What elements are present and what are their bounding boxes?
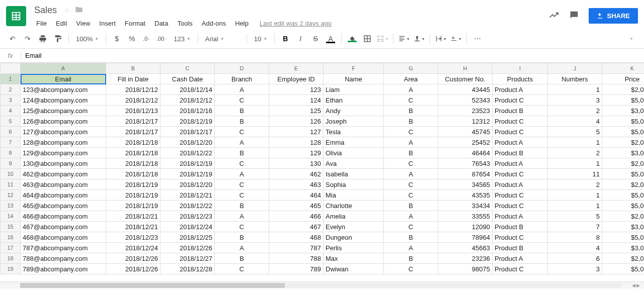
cell[interactable]: 468 [269, 232, 324, 243]
header-cell[interactable]: Name [324, 74, 384, 84]
col-header-D[interactable]: D [215, 63, 269, 74]
cell[interactable]: 789 [269, 264, 324, 274]
cell[interactable]: 2018/12/19 [160, 116, 215, 127]
cell[interactable]: 466@abcompany.com [21, 211, 106, 222]
header-cell[interactable]: Cash Date [160, 74, 215, 84]
cell[interactable]: Product A [493, 179, 548, 190]
cell[interactable]: 2018/12/24 [106, 243, 160, 253]
comments-icon[interactable] [569, 10, 580, 22]
cell[interactable]: 128@abcompany.com [21, 137, 106, 148]
cell[interactable]: 788@abcompany.com [21, 253, 106, 264]
cell[interactable]: $3,000.00 [602, 243, 645, 253]
cell[interactable]: 2 [548, 148, 602, 158]
cell[interactable]: 2 [548, 106, 602, 116]
borders-button[interactable] [361, 32, 374, 45]
cell[interactable]: $5,000.00 [602, 127, 645, 137]
header-cell[interactable]: Products [493, 74, 548, 84]
col-header-F[interactable]: F [324, 63, 384, 74]
col-header-H[interactable]: H [438, 63, 493, 74]
row-header[interactable]: 6 [1, 127, 21, 137]
row-header[interactable]: 2 [1, 84, 21, 95]
cell[interactable]: 2018/12/19 [160, 169, 215, 179]
cell[interactable]: Product C [493, 116, 548, 127]
cell[interactable]: 467 [269, 222, 324, 232]
cell[interactable]: B [384, 106, 438, 116]
undo-button[interactable]: ↶ [6, 32, 19, 45]
col-header-B[interactable]: B [106, 63, 160, 74]
cell[interactable]: Isabella [324, 169, 384, 179]
text-rotate-button[interactable]: ▼ [449, 32, 462, 45]
cell[interactable]: 2018/12/21 [106, 222, 160, 232]
sheet-nav-left-icon[interactable]: ◀ [632, 283, 635, 288]
cell[interactable]: Product C [493, 201, 548, 211]
cell[interactable]: Amelia [324, 211, 384, 222]
cell[interactable]: 2018/12/24 [160, 222, 215, 232]
currency-button[interactable]: $ [110, 32, 123, 45]
cell[interactable]: Sophia [324, 179, 384, 190]
cell[interactable]: Product B [493, 106, 548, 116]
row-header[interactable]: 12 [1, 190, 21, 201]
cell[interactable]: Charlotte [324, 201, 384, 211]
cell[interactable]: C [215, 179, 269, 190]
star-icon[interactable]: ☆ [64, 7, 70, 14]
cell[interactable]: 2018/12/17 [106, 127, 160, 137]
cell[interactable]: A [384, 169, 438, 179]
cell[interactable]: 4 [548, 116, 602, 127]
cell[interactable]: 2018/12/16 [160, 106, 215, 116]
header-cell[interactable]: Branch [215, 74, 269, 84]
print-button[interactable] [36, 32, 49, 45]
cell[interactable]: C [215, 190, 269, 201]
cell[interactable]: 45663 [438, 243, 493, 253]
cell[interactable]: 1 [548, 201, 602, 211]
cell[interactable]: 2018/12/27 [160, 253, 215, 264]
menu-format[interactable]: Format [121, 18, 149, 29]
menu-edit[interactable]: Edit [52, 18, 71, 29]
italic-button[interactable]: I [294, 32, 307, 45]
cell[interactable]: 2018/12/18 [106, 158, 160, 169]
row-header[interactable]: 4 [1, 106, 21, 116]
cell[interactable]: 52343 [438, 95, 493, 106]
cell[interactable]: 463 [269, 179, 324, 190]
doc-title[interactable]: Sales [32, 4, 59, 17]
cell[interactable]: 2018/12/19 [106, 179, 160, 190]
cell[interactable]: C [384, 190, 438, 201]
cell[interactable]: 129@abcompany.com [21, 148, 106, 158]
cell[interactable]: Product B [493, 148, 548, 158]
col-header-E[interactable]: E [269, 63, 324, 74]
cell[interactable]: 464@abcompany.com [21, 190, 106, 201]
font-size-select[interactable]: 10▼ [251, 32, 270, 45]
menu-data[interactable]: Data [150, 18, 172, 29]
cell[interactable]: 8 [548, 232, 602, 243]
cell[interactable]: $5,000.00 [602, 95, 645, 106]
cell[interactable]: C [215, 158, 269, 169]
decrease-decimal-button[interactable]: .0← [140, 32, 153, 45]
cell[interactable]: 2018/12/19 [160, 158, 215, 169]
cell[interactable]: Product A [493, 211, 548, 222]
cell[interactable]: 467@abcompany.com [21, 222, 106, 232]
cell[interactable]: $2,000.00 [602, 211, 645, 222]
cell[interactable]: B [215, 148, 269, 158]
last-edit-link[interactable]: Last edit was 2 days ago [254, 20, 332, 27]
cell[interactable]: 127 [269, 127, 324, 137]
cell[interactable]: 34565 [438, 179, 493, 190]
cell[interactable]: Andy [324, 106, 384, 116]
cell[interactable]: 5 [548, 211, 602, 222]
cell[interactable]: 123 [269, 84, 324, 95]
cell[interactable]: 788 [269, 253, 324, 264]
cell[interactable]: B [384, 116, 438, 127]
menu-help[interactable]: Help [231, 18, 253, 29]
cell[interactable]: 23236 [438, 253, 493, 264]
text-color-button[interactable]: A [324, 32, 337, 45]
cell[interactable]: 25452 [438, 137, 493, 148]
col-header-G[interactable]: G [384, 63, 438, 74]
cell[interactable]: $2,000.00 [602, 84, 645, 95]
cell[interactable]: $2,000.00 [602, 253, 645, 264]
cell[interactable]: 127@abcompany.com [21, 127, 106, 137]
row-header[interactable]: 9 [1, 158, 21, 169]
cell[interactable]: 2018/12/26 [106, 253, 160, 264]
cell[interactable]: Product A [493, 84, 548, 95]
cell[interactable]: 5 [548, 127, 602, 137]
cell[interactable]: 124@abcompany.com [21, 95, 106, 106]
cell[interactable]: A [384, 137, 438, 148]
cell[interactable]: 4 [548, 243, 602, 253]
